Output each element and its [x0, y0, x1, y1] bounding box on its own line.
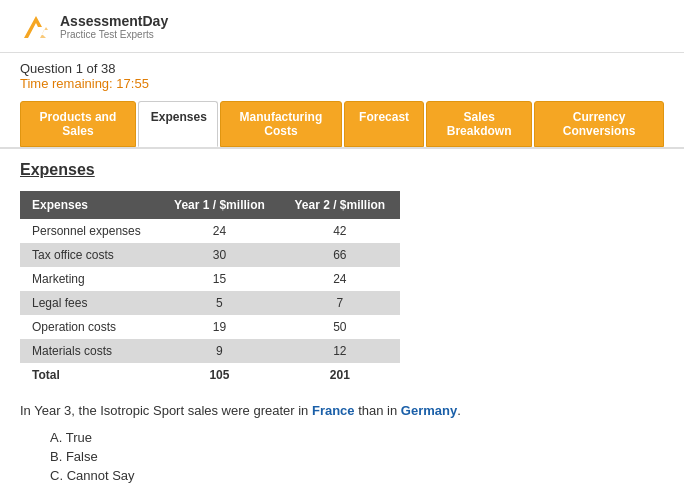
row-label: Materials costs [20, 339, 159, 363]
expenses-table: Expenses Year 1 / $million Year 2 / $mil… [20, 191, 400, 387]
row-year2: 50 [280, 315, 400, 339]
answer-letter-b: B. [50, 449, 62, 464]
table-row: Marketing 15 24 [20, 267, 400, 291]
table-row: Materials costs 9 12 [20, 339, 400, 363]
main-content: Expenses Expenses Year 1 / $million Year… [0, 147, 684, 502]
svg-marker-1 [40, 27, 48, 38]
col-header-year1: Year 1 / $million [159, 191, 279, 219]
row-year1: 19 [159, 315, 279, 339]
row-label: Tax office costs [20, 243, 159, 267]
row-year2: 12 [280, 339, 400, 363]
assessmentday-logo-icon [20, 10, 52, 42]
row-label: Legal fees [20, 291, 159, 315]
answer-letter-c: C. [50, 468, 63, 483]
answer-option-b[interactable]: B. False [50, 449, 664, 464]
answer-options: A. True B. False C. Cannot Say [50, 430, 664, 483]
answer-option-c[interactable]: C. Cannot Say [50, 468, 664, 483]
row-year2: 66 [280, 243, 400, 267]
logo-text: AssessmentDay Practice Test Experts [60, 13, 168, 40]
svg-marker-0 [24, 16, 42, 38]
row-year1: 5 [159, 291, 279, 315]
logo-subtitle: Practice Test Experts [60, 29, 168, 40]
tab-manufacturing-costs[interactable]: Manufacturing Costs [220, 101, 342, 147]
row-label: Operation costs [20, 315, 159, 339]
table-row: Legal fees 5 7 [20, 291, 400, 315]
table-row: Tax office costs 30 66 [20, 243, 400, 267]
answer-option-a[interactable]: A. True [50, 430, 664, 445]
answer-label-b: False [66, 449, 98, 464]
question-text-germany: Germany [401, 403, 457, 418]
col-header-year2: Year 2 / $million [280, 191, 400, 219]
row-year1: 9 [159, 339, 279, 363]
tab-sales-breakdown[interactable]: Sales Breakdown [426, 101, 532, 147]
tab-currency-conversions[interactable]: Currency Conversions [534, 101, 664, 147]
total-year2: 201 [280, 363, 400, 387]
row-label: Personnel expenses [20, 219, 159, 243]
section-title: Expenses [20, 161, 664, 179]
total-label: Total [20, 363, 159, 387]
row-year1: 24 [159, 219, 279, 243]
question-text-after: . [457, 403, 461, 418]
row-year1: 15 [159, 267, 279, 291]
time-remaining: Time remaining: 17:55 [20, 76, 664, 91]
tab-forecast[interactable]: Forecast [344, 101, 424, 147]
row-label: Marketing [20, 267, 159, 291]
col-header-expenses: Expenses [20, 191, 159, 219]
question-paragraph: In Year 3, the Isotropic Sport sales wer… [20, 403, 664, 418]
table-row: Personnel expenses 24 42 [20, 219, 400, 243]
question-number: Question 1 of 38 [20, 61, 664, 76]
question-text-france: France [312, 403, 355, 418]
table-row: Operation costs 19 50 [20, 315, 400, 339]
row-year2: 7 [280, 291, 400, 315]
row-year2: 42 [280, 219, 400, 243]
table-total-row: Total 105 201 [20, 363, 400, 387]
answer-letter-a: A. [50, 430, 62, 445]
question-info: Question 1 of 38 Time remaining: 17:55 [0, 53, 684, 95]
logo-title: AssessmentDay [60, 13, 168, 29]
question-text-before: In Year 3, the Isotropic Sport sales wer… [20, 403, 312, 418]
row-year1: 30 [159, 243, 279, 267]
total-year1: 105 [159, 363, 279, 387]
answer-label-c: Cannot Say [67, 468, 135, 483]
tab-expenses[interactable]: Expenses [138, 101, 218, 147]
answer-label-a: True [66, 430, 92, 445]
row-year2: 24 [280, 267, 400, 291]
tab-products-sales[interactable]: Products and Sales [20, 101, 136, 147]
tab-bar: Products and Sales Expenses Manufacturin… [0, 101, 684, 147]
question-text-between: than in [355, 403, 401, 418]
page-header: AssessmentDay Practice Test Experts [0, 0, 684, 53]
